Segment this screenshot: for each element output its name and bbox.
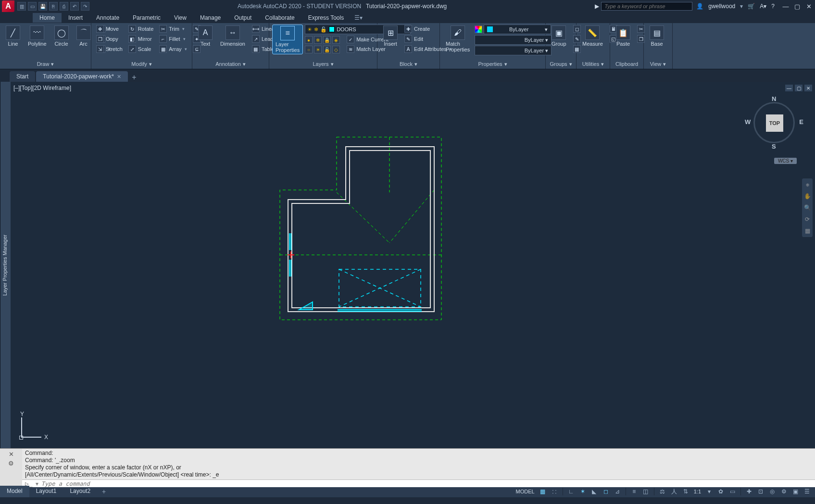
layer-iso-icon[interactable]: ◈ [332, 36, 340, 44]
tab-current[interactable]: Tutorial-2020-papwer-work*✕ [36, 71, 128, 82]
status-model-label[interactable]: MODEL [514, 489, 537, 494]
osnap-icon[interactable]: ◻ [601, 487, 611, 496]
paste-button[interactable]: 📋Paste [613, 25, 633, 48]
panel-layers-title[interactable]: Layers▾ [272, 60, 374, 69]
array-button[interactable]: ▦Array▾ [157, 45, 188, 53]
monitor-icon[interactable]: ▭ [727, 487, 738, 496]
qat-save-icon[interactable]: 💾 [38, 2, 47, 11]
layout-layout2[interactable]: Layout2 [63, 486, 97, 497]
qat-open-icon[interactable]: ▭ [28, 2, 37, 11]
user-dropdown-icon[interactable]: ▾ [740, 3, 743, 10]
menu-output[interactable]: Output [227, 13, 258, 23]
annovisibility-icon[interactable]: 人 [669, 487, 679, 496]
rotate-button[interactable]: ↻Rotate [126, 25, 155, 33]
ortho-icon[interactable]: ∟ [566, 487, 577, 496]
match-properties-button[interactable]: 🖌Match Properties [443, 25, 473, 53]
status-scale[interactable]: 1:1 [692, 489, 703, 494]
menu-view[interactable]: View [167, 13, 193, 23]
panel-modify-title[interactable]: Modify▾ [94, 60, 189, 69]
group-button[interactable]: ▣Group [549, 25, 569, 48]
arc-button[interactable]: ⌒Arc [74, 25, 94, 48]
close-tab-icon[interactable]: ✕ [117, 74, 121, 80]
user-label[interactable]: gwellwood [708, 3, 735, 10]
mirror-button[interactable]: ◧Mirror [126, 35, 155, 43]
qat-redo-icon[interactable]: ↷ [81, 2, 89, 11]
color-dropdown[interactable]: ByLayer▾ [484, 25, 551, 34]
layer-on-icon[interactable]: ○ [305, 46, 313, 53]
scale-button[interactable]: ⤢Scale [126, 45, 155, 53]
ucs-icon[interactable]: Y X [17, 413, 46, 441]
minimize-button[interactable]: — [781, 2, 790, 10]
panel-draw-title[interactable]: Draw▾ [3, 60, 88, 69]
annoauto-icon[interactable]: ⇅ [680, 487, 691, 496]
lineweight-icon[interactable]: ≡ [629, 487, 639, 496]
color-wheel-icon[interactable] [475, 25, 482, 33]
panel-properties-title[interactable]: Properties▾ [443, 60, 542, 69]
cmd-close-icon[interactable]: ✕ [9, 451, 14, 458]
fillet-button[interactable]: ⌐Fillet▾ [157, 35, 188, 43]
maximize-button[interactable]: ▢ [793, 2, 802, 10]
add-tab-button[interactable]: + [129, 73, 139, 82]
copy-button[interactable]: ❐Copy [94, 35, 125, 43]
hardware-icon[interactable]: ⚙ [778, 487, 789, 496]
units-icon[interactable]: ⊡ [755, 487, 766, 496]
layer-unlock-icon[interactable]: 🔓 [323, 46, 331, 53]
annoscale-icon[interactable]: ⚖ [657, 487, 668, 496]
menu-manage[interactable]: Manage [193, 13, 227, 23]
qat-new-icon[interactable]: ▥ [17, 2, 26, 11]
menu-parametric[interactable]: Parametric [126, 13, 167, 23]
isodraft-icon[interactable]: ◣ [589, 487, 600, 496]
menu-insert[interactable]: Insert [62, 13, 89, 23]
command-history[interactable]: Command: Command: '_.zoom Specify corner… [22, 449, 815, 479]
dimension-button[interactable]: ↔Dimension [217, 25, 248, 48]
signin-icon[interactable]: 👤 [696, 3, 703, 10]
linetype-dropdown[interactable]: ByLayer ▾ [475, 46, 552, 55]
layer-thaw-icon[interactable]: ☀ [314, 46, 322, 53]
text-button[interactable]: AText [195, 25, 215, 48]
base-view-button[interactable]: ▤Base [647, 25, 667, 48]
command-input[interactable] [41, 480, 812, 487]
menu-overflow-icon[interactable]: ☰▾ [354, 14, 363, 21]
layer-uniso-icon[interactable]: ◇ [332, 46, 340, 53]
qat-saveas-icon[interactable]: ⎘ [49, 2, 58, 11]
trim-button[interactable]: ✂Trim▾ [157, 25, 188, 33]
layer-off-icon[interactable]: ● [305, 36, 313, 44]
search-input[interactable] [601, 2, 692, 11]
scale-dropdown-icon[interactable]: ▾ [704, 487, 715, 496]
cleanscreen-icon[interactable]: ▣ [790, 487, 801, 496]
polyline-button[interactable]: 〰Polyline [25, 25, 50, 48]
app-switcher-icon[interactable]: A▾ [760, 3, 766, 10]
polar-icon[interactable]: ✶ [577, 487, 588, 496]
layer-properties-manager-tab[interactable]: Layer Properties Manager [0, 82, 11, 448]
layer-freeze-icon[interactable]: ❄ [314, 36, 322, 44]
menu-expresstools[interactable]: Express Tools [301, 13, 351, 23]
menu-annotate[interactable]: Annotate [89, 13, 126, 23]
snapmode-icon[interactable]: ⸬ [549, 487, 560, 496]
layout-model[interactable]: Model [0, 486, 29, 497]
close-button[interactable]: ✕ [804, 2, 813, 10]
qat-undo-icon[interactable]: ↶ [70, 2, 79, 11]
lineweight-dropdown[interactable]: ByLayer ▾ [475, 35, 552, 45]
layer-properties-button[interactable]: ≡Layer Properties [272, 25, 303, 54]
panel-utilities-title[interactable]: Utilities▾ [579, 60, 607, 69]
isolate-icon[interactable]: ◎ [767, 487, 777, 496]
cmd-options-icon[interactable]: ⚙ [8, 460, 14, 467]
search-play-icon[interactable]: ▶ [595, 3, 599, 10]
quickprops-icon[interactable]: ✚ [744, 487, 754, 496]
panel-block-title[interactable]: Block▾ [380, 60, 437, 69]
workspace-icon[interactable]: ✿ [715, 487, 726, 496]
otrack-icon[interactable]: ⊿ [612, 487, 623, 496]
menu-collaborate[interactable]: Collaborate [258, 13, 301, 23]
panel-groups-title[interactable]: Groups▾ [549, 60, 573, 69]
line-button[interactable]: ╱Line [3, 25, 23, 48]
customize-icon[interactable]: ☰ [802, 487, 812, 496]
panel-view-title[interactable]: View▾ [647, 60, 669, 69]
stretch-button[interactable]: ⇲Stretch [94, 45, 125, 53]
transparency-icon[interactable]: ◫ [640, 487, 651, 496]
drawing-canvas[interactable] [11, 82, 815, 448]
cart-icon[interactable]: 🛒 [748, 3, 755, 10]
qat-plot-icon[interactable]: ⎙ [60, 2, 68, 11]
menu-home[interactable]: Home [33, 13, 62, 23]
layer-lock-icon[interactable]: 🔒 [323, 36, 331, 44]
help-icon[interactable]: ? [771, 3, 775, 10]
